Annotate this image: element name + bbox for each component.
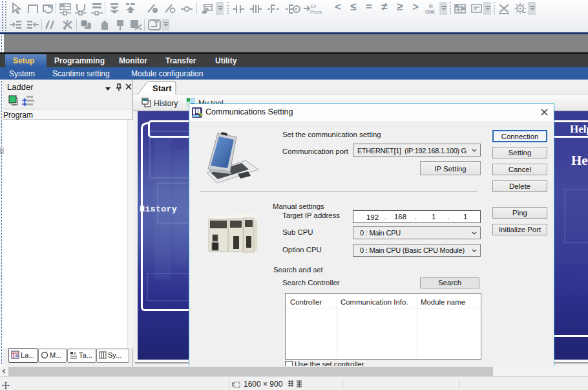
svg-text:CHK: CHK xyxy=(425,10,435,14)
svg-text:Press: Press xyxy=(310,10,322,14)
svg-text:R: R xyxy=(429,3,433,9)
svg-text:7: 7 xyxy=(198,113,201,118)
svg-text:Ex: Ex xyxy=(311,4,317,8)
